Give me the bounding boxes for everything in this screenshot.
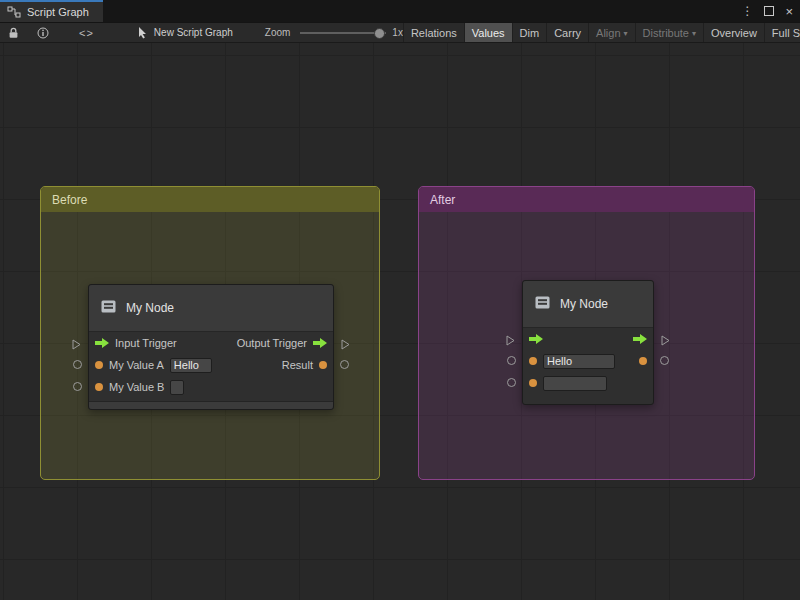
- value-a-field[interactable]: [543, 354, 615, 369]
- dim-button[interactable]: Dim: [512, 22, 547, 43]
- distribute-button[interactable]: Distribute ▾: [635, 22, 703, 43]
- value-a-field[interactable]: [170, 358, 212, 373]
- value-a-row: [523, 350, 653, 372]
- node-header[interactable]: My Node: [89, 285, 333, 332]
- outer-value-b-port[interactable]: [73, 382, 82, 391]
- unity-script-graph-window: Script Graph ⋮ × <> Ne: [0, 0, 800, 600]
- value-b-field[interactable]: [543, 376, 607, 391]
- value-a-port[interactable]: [529, 357, 537, 365]
- result-port[interactable]: [319, 361, 327, 369]
- output-trigger-port[interactable]: [313, 338, 327, 348]
- value-b-row: [523, 372, 653, 394]
- align-label: Align: [596, 27, 620, 39]
- value-a-row: My Value A Result: [89, 354, 333, 376]
- tab-title: Script Graph: [27, 6, 89, 18]
- group-after-header[interactable]: After: [419, 187, 754, 212]
- group-before-header[interactable]: Before: [41, 187, 379, 212]
- value-b-row: My Value B: [89, 376, 333, 398]
- graph-name[interactable]: New Script Graph: [154, 27, 233, 38]
- value-a-port[interactable]: [95, 361, 103, 369]
- graph-toolbar: <> New Script Graph Zoom 1x Relations Va…: [0, 22, 800, 43]
- window-controls: ⋮ ×: [741, 0, 793, 22]
- overview-button[interactable]: Overview: [703, 22, 764, 43]
- distribute-label: Distribute: [643, 27, 689, 39]
- zoom-label: Zoom: [265, 27, 291, 38]
- output-trigger-label: Output Trigger: [237, 337, 307, 349]
- node-icon: [100, 298, 117, 319]
- group-before-title: Before: [52, 193, 87, 207]
- result-port[interactable]: [639, 357, 647, 365]
- zoom-value: 1x: [392, 27, 403, 38]
- outer-value-a-port[interactable]: [73, 360, 82, 369]
- zoom-slider[interactable]: [300, 26, 386, 40]
- lock-icon[interactable]: [8, 27, 19, 39]
- tab-script-graph[interactable]: Script Graph: [0, 0, 103, 22]
- outer-result-port[interactable]: [660, 356, 669, 365]
- value-b-label: My Value B: [109, 381, 164, 393]
- align-button[interactable]: Align ▾: [588, 22, 634, 43]
- values-button[interactable]: Values: [464, 22, 512, 43]
- value-b-port[interactable]: [95, 383, 103, 391]
- node-my-node-before[interactable]: My Node Input Trigger Output Trigger My …: [88, 284, 334, 410]
- node-icon: [534, 294, 551, 315]
- menu-icon[interactable]: ⋮: [741, 5, 753, 17]
- result-label: Result: [282, 359, 313, 371]
- input-trigger-port[interactable]: [529, 334, 543, 344]
- outer-value-a-port[interactable]: [507, 356, 516, 365]
- trigger-row: Input Trigger Output Trigger: [89, 332, 333, 354]
- chevron-down-icon: ▾: [692, 29, 696, 38]
- zoom-slider-knob[interactable]: [374, 28, 385, 39]
- value-b-port[interactable]: [529, 379, 537, 387]
- outer-value-b-port[interactable]: [507, 378, 516, 387]
- input-trigger-label: Input Trigger: [115, 337, 177, 349]
- value-b-field[interactable]: [170, 380, 184, 395]
- script-graph-icon: [7, 6, 21, 18]
- toolbar-toggle-group: Relations Values Dim Carry Align ▾ Distr…: [403, 22, 800, 43]
- input-trigger-port[interactable]: [95, 338, 109, 348]
- node-footer: [89, 401, 333, 409]
- value-a-label: My Value A: [109, 359, 164, 371]
- node-my-node-after[interactable]: My Node: [522, 280, 654, 405]
- outer-output-trigger-port[interactable]: [341, 336, 350, 354]
- carry-button[interactable]: Carry: [546, 22, 588, 43]
- maximize-icon[interactable]: [764, 6, 774, 16]
- graph-canvas[interactable]: Before After My Node: [0, 43, 800, 600]
- close-icon[interactable]: ×: [785, 5, 793, 18]
- node-title: My Node: [560, 297, 608, 311]
- node-title: My Node: [126, 301, 174, 315]
- node-header[interactable]: My Node: [523, 281, 653, 328]
- output-trigger-port[interactable]: [633, 334, 647, 344]
- outer-result-port[interactable]: [340, 360, 349, 369]
- outer-input-trigger-port[interactable]: [72, 336, 81, 354]
- info-icon[interactable]: [37, 27, 49, 39]
- trigger-row: [523, 328, 653, 350]
- group-after-title: After: [430, 193, 455, 207]
- outer-input-trigger-port[interactable]: [506, 332, 515, 350]
- relations-button[interactable]: Relations: [403, 22, 464, 43]
- window-tab-bar: Script Graph ⋮ ×: [0, 0, 800, 22]
- outer-output-trigger-port[interactable]: [661, 332, 670, 350]
- pointer-icon: [138, 27, 148, 39]
- fullscreen-button[interactable]: Full Scr: [764, 22, 800, 43]
- chevron-down-icon: ▾: [624, 29, 628, 38]
- code-icon[interactable]: <>: [79, 27, 94, 39]
